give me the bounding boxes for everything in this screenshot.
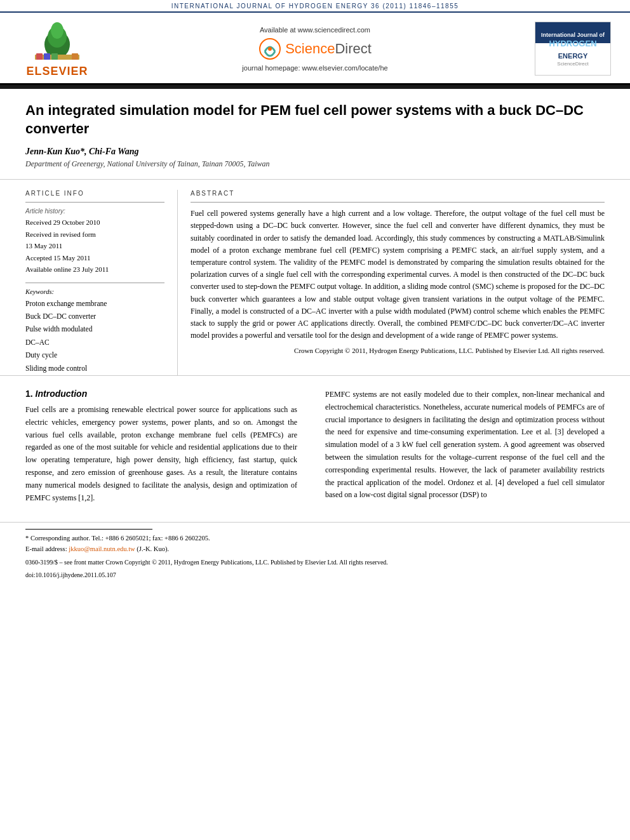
paper-authors: Jenn-Kun Kuo*, Chi-Fa Wang bbox=[25, 147, 605, 157]
hydrogen-energy-logo: International Journal of HYDROGEN ENERGY… bbox=[528, 19, 617, 78]
elsevier-header: ELSEVIER Available at www.sciencedirect.… bbox=[0, 13, 630, 85]
abstract-column: Abstract Fuel cell powered systems gener… bbox=[178, 190, 605, 375]
author-name: Jenn-Kun Kuo*, Chi-Fa Wang bbox=[25, 147, 138, 156]
section-title: Introduction bbox=[36, 389, 88, 399]
body-left-column: 1. Introduction Fuel cells are a promisi… bbox=[25, 389, 311, 509]
footer-divider bbox=[25, 529, 152, 530]
paper-title-section: An integrated simulation model for PEM f… bbox=[0, 89, 630, 180]
sciencedirect-icon bbox=[258, 37, 281, 60]
abstract-text: Fuel cell powered systems generally have… bbox=[191, 208, 605, 342]
received-revised-label: Received in revised form bbox=[25, 229, 164, 240]
keyword-2: Buck DC–DC converter bbox=[25, 310, 164, 322]
article-info-abstract-section: Article Info Article history: Received 2… bbox=[0, 180, 630, 376]
intro-right-text: PEMFC systems are not easily modeled due… bbox=[325, 389, 605, 502]
email-link[interactable]: jkkuo@mail.nutn.edu.tw bbox=[69, 545, 135, 552]
corresponding-author-text: * Corresponding author. Tel.: +886 6 260… bbox=[25, 533, 605, 544]
intro-heading: 1. Introduction bbox=[25, 389, 297, 399]
he-logo-bottom-text: ENERGY bbox=[558, 52, 587, 60]
doi-text: doi:10.1016/j.ijhydene.2011.05.107 bbox=[25, 570, 605, 580]
article-info-label: Article Info bbox=[25, 190, 164, 197]
divider-2 bbox=[25, 283, 164, 283]
he-logo-tagline: ScienceDirect bbox=[557, 61, 588, 67]
available-at-text: Available at www.sciencedirect.com bbox=[260, 26, 370, 34]
svg-point-3 bbox=[51, 22, 64, 39]
email-text: E-mail address: jkkuo@mail.nutn.edu.tw (… bbox=[25, 544, 605, 555]
intro-left-text: Fuel cells are a promising renewable ele… bbox=[25, 404, 297, 504]
abstract-label: Abstract bbox=[191, 190, 605, 197]
article-info-column: Article Info Article history: Received 2… bbox=[25, 190, 178, 375]
paper-affiliation: Department of Greenergy, National Univer… bbox=[25, 159, 605, 169]
body-section: 1. Introduction Fuel cells are a promisi… bbox=[0, 376, 630, 509]
article-history-label: Article history: bbox=[25, 208, 164, 215]
issn-text: 0360-3199/$ – see front matter Crown Cop… bbox=[25, 557, 605, 568]
copyright-text: Crown Copyright © 2011, Hydrogen Energy … bbox=[191, 345, 605, 357]
available-online-date: Available online 23 July 2011 bbox=[25, 264, 164, 275]
sciencedirect-logo: ScienceDirect bbox=[258, 37, 372, 60]
paper-title: An integrated simulation model for PEM f… bbox=[25, 102, 605, 138]
keywords-label: Keywords: bbox=[25, 288, 164, 295]
sciencedirect-text: ScienceDirect bbox=[285, 41, 372, 57]
keyword-4: DC–AC bbox=[25, 337, 164, 348]
center-header: Available at www.sciencedirect.com Scien… bbox=[102, 19, 528, 78]
body-right-column: PEMFC systems are not easily modeled due… bbox=[311, 389, 605, 509]
he-logo-box: International Journal of HYDROGEN ENERGY… bbox=[535, 22, 611, 76]
keyword-6: Sliding mode control bbox=[25, 363, 164, 374]
svg-point-10 bbox=[268, 47, 272, 51]
he-logo-top-text: International Journal of HYDROGEN bbox=[539, 30, 607, 50]
footer-section: * Corresponding author. Tel.: +886 6 260… bbox=[0, 522, 630, 585]
journal-homepage-text: journal homepage: www.elsevier.com/locat… bbox=[242, 64, 387, 72]
keyword-3: Pulse width modulated bbox=[25, 323, 164, 335]
revised-date: 13 May 2011 bbox=[25, 241, 164, 251]
accepted-date: Accepted 15 May 2011 bbox=[25, 253, 164, 263]
email-label: E-mail address: bbox=[25, 545, 67, 552]
received-date-1: Received 29 October 2010 bbox=[25, 217, 164, 228]
email-suffix: (J.-K. Kuo). bbox=[137, 545, 169, 552]
svg-rect-5 bbox=[36, 53, 43, 60]
elsevier-tree-icon bbox=[29, 19, 86, 63]
elsevier-logo-area: ELSEVIER bbox=[13, 19, 102, 78]
keyword-5: Duty cycle bbox=[25, 349, 164, 361]
svg-rect-6 bbox=[44, 53, 50, 60]
journal-header: International Journal of Hydrogen Energy… bbox=[0, 0, 630, 13]
keyword-1: Proton exchange membrane bbox=[25, 298, 164, 309]
divider bbox=[25, 202, 164, 203]
svg-rect-7 bbox=[51, 53, 58, 60]
section-number: 1. bbox=[25, 389, 33, 399]
abstract-divider bbox=[191, 202, 605, 203]
svg-rect-8 bbox=[72, 53, 78, 60]
elsevier-brand-name: ELSEVIER bbox=[26, 65, 88, 78]
corresponding-author-label: * Corresponding author. Tel.: +886 6 260… bbox=[25, 535, 210, 542]
